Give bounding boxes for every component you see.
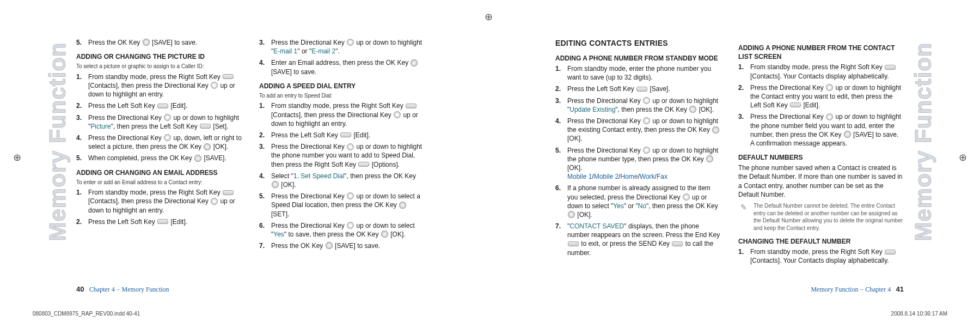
registration-mark-icon: ⊕ bbox=[485, 11, 493, 23]
page-number: 41 bbox=[896, 285, 904, 293]
print-meta-left: 080803_CDM8975_RAP_REV00.indd 40-41 bbox=[33, 311, 140, 317]
soft-key-icon bbox=[885, 250, 896, 255]
ok-key-icon bbox=[706, 155, 713, 162]
column: 3.Press the Directional Key up or down t… bbox=[259, 38, 425, 272]
ok-key-icon bbox=[689, 106, 696, 113]
list-item: 5.Press the OK Key [SAVE] to save. bbox=[76, 38, 242, 47]
directional-key-icon bbox=[347, 192, 354, 199]
directional-key-icon bbox=[683, 193, 690, 201]
list-item: 2.Press the Left Soft Key [Save]. bbox=[555, 84, 721, 93]
ok-key-icon bbox=[381, 231, 388, 238]
ok-key-icon bbox=[272, 181, 279, 188]
soft-key-icon bbox=[223, 190, 234, 195]
list-item: 2.Press the Left Soft Key [Edit]. bbox=[259, 131, 425, 140]
soft-key-icon bbox=[157, 219, 168, 224]
list-item: 4.Select "1. Set Speed Dial", then press… bbox=[259, 172, 425, 189]
list: 1.From standby mode, press the Right Sof… bbox=[738, 63, 904, 148]
list-item: 2.Press the Directional Key up or down t… bbox=[738, 83, 904, 110]
end-key-icon bbox=[568, 241, 579, 246]
ok-key-icon bbox=[399, 202, 406, 209]
directional-key-icon bbox=[211, 82, 218, 89]
directional-key-icon bbox=[643, 117, 650, 124]
directional-key-icon bbox=[347, 222, 354, 229]
registration-mark-icon: ⊕ bbox=[959, 152, 967, 163]
list-item: 4.Press the Directional Key up or down t… bbox=[555, 117, 721, 143]
sub-heading: To select a picture or graphic to assign… bbox=[76, 63, 242, 70]
list-item: 2.Press the Left Soft Key [Edit]. bbox=[76, 217, 242, 226]
soft-key-icon bbox=[885, 65, 896, 70]
list: 1.From standby mode, enter the phone num… bbox=[555, 64, 721, 257]
list-item: 1.From standby mode, press the Right Sof… bbox=[738, 63, 904, 80]
directional-key-icon bbox=[347, 39, 354, 46]
page-40: 5.Press the OK Key [SAVE] to save. ADDIN… bbox=[76, 38, 425, 272]
heading: DEFAULT NUMBERS bbox=[738, 153, 904, 162]
page-41: EDITING CONTACTS ENTRIES ADDING A PHONE … bbox=[555, 38, 904, 272]
heading: ADDING A SPEED DIAL ENTRY bbox=[259, 82, 425, 90]
paragraph: The phone number saved when a Contact is… bbox=[738, 163, 904, 199]
heading: ADDING A PHONE NUMBER FROM THE CONTACT L… bbox=[738, 44, 904, 61]
soft-key-icon bbox=[636, 87, 647, 92]
list-item: 1.From standby mode, press the Right Sof… bbox=[76, 72, 242, 99]
side-label-left: Memory Function bbox=[38, 22, 76, 261]
list-item: 4.Press the Directional Key up, down, le… bbox=[76, 134, 242, 151]
soft-key-icon bbox=[358, 162, 369, 167]
column: 5.Press the OK Key [SAVE] to save. ADDIN… bbox=[76, 38, 242, 272]
list-item: 3.Press the Directional Key up or down t… bbox=[259, 38, 425, 56]
registration-mark-icon: ⊕ bbox=[13, 152, 21, 163]
list: 3.Press the Directional Key up or down t… bbox=[259, 38, 425, 76]
directional-key-icon bbox=[826, 84, 833, 91]
directional-key-icon bbox=[826, 113, 833, 120]
soft-key-icon bbox=[157, 104, 168, 108]
list-item: 4.Enter an Email address, then press the… bbox=[259, 58, 425, 76]
heading: ADDING A PHONE NUMBER FROM STANDBY MODE bbox=[555, 54, 721, 63]
directional-key-icon bbox=[347, 143, 354, 150]
ok-key-icon bbox=[143, 39, 150, 46]
send-key-icon bbox=[672, 241, 683, 246]
directional-key-icon bbox=[394, 111, 401, 118]
sub-heading: To add an entry to Speed Dial: bbox=[259, 92, 425, 100]
list-item: 1.From standby mode, enter the phone num… bbox=[555, 64, 721, 82]
list-item: 1.From standby mode, press the Right Sof… bbox=[76, 188, 242, 215]
list-item: 3.Press the Directional Key up or down t… bbox=[555, 96, 721, 114]
list-item: 3.Press the Directional Key up or down t… bbox=[738, 112, 904, 148]
footer-right: Memory Function − Chapter 4 41 bbox=[807, 285, 904, 294]
list: 1.From standby mode, press the Right Sof… bbox=[738, 247, 904, 265]
ok-key-icon bbox=[844, 131, 851, 138]
ok-key-icon bbox=[326, 242, 333, 249]
list: 1.From standby mode, press the Right Sof… bbox=[259, 101, 425, 250]
list-item: 5.Press the Directional Key up or down t… bbox=[259, 192, 425, 219]
list: 1.From standby mode, press the Right Sof… bbox=[76, 72, 242, 163]
soft-key-icon bbox=[340, 132, 351, 137]
soft-key-icon bbox=[200, 124, 211, 129]
chapter-label: Chapter 4 − Memory Function bbox=[89, 286, 169, 293]
ok-key-icon bbox=[411, 59, 418, 66]
soft-key-icon bbox=[790, 102, 801, 107]
directional-key-icon bbox=[643, 147, 650, 154]
sub-heading: To enter or add an Email address to a Co… bbox=[76, 179, 242, 186]
list: 1.From standby mode, press the Right Sof… bbox=[76, 188, 242, 226]
list-item: 2.Press the Left Soft Key [Edit]. bbox=[76, 101, 242, 110]
directional-key-icon bbox=[164, 134, 171, 141]
section-heading: EDITING CONTACTS ENTRIES bbox=[555, 38, 721, 49]
list-item: 3.Press the Directional Key up or down t… bbox=[76, 113, 242, 131]
ok-key-icon bbox=[204, 143, 211, 150]
footer-left: 40 Chapter 4 − Memory Function bbox=[76, 285, 173, 294]
column: ADDING A PHONE NUMBER FROM THE CONTACT L… bbox=[738, 38, 904, 272]
print-meta-right: 2008.8.14 10:36:17 AM bbox=[891, 311, 947, 317]
note: The Default Number cannot be deleted. Th… bbox=[738, 202, 904, 232]
list-item: 3.Press the Directional Key up or down t… bbox=[259, 142, 425, 169]
heading: ADDING OR CHANGING AN EMAIL ADDRESS bbox=[76, 168, 242, 177]
list-item: 1.From standby mode, press the Right Sof… bbox=[259, 101, 425, 128]
directional-key-icon bbox=[164, 114, 171, 121]
heading: CHANGING THE DEFAULT NUMBER bbox=[738, 237, 904, 246]
list-item: 5.When completed, press the OK Key [SAVE… bbox=[76, 154, 242, 162]
ok-key-icon bbox=[568, 211, 575, 218]
list-item: 6.If a phone number is already assigned … bbox=[555, 184, 721, 219]
list-item: 7."CONTACT SAVED" displays, then the pho… bbox=[555, 222, 721, 257]
list-item: 6.Press the Directional Key up or down t… bbox=[259, 221, 425, 239]
chapter-label: Memory Function − Chapter 4 bbox=[811, 286, 891, 293]
ok-key-icon bbox=[194, 155, 201, 162]
page-number: 40 bbox=[76, 285, 84, 293]
directional-key-icon bbox=[643, 97, 650, 104]
page-spread: ⊕ ⊕ ⊕ Memory Function Memory Function 5.… bbox=[0, 0, 980, 321]
